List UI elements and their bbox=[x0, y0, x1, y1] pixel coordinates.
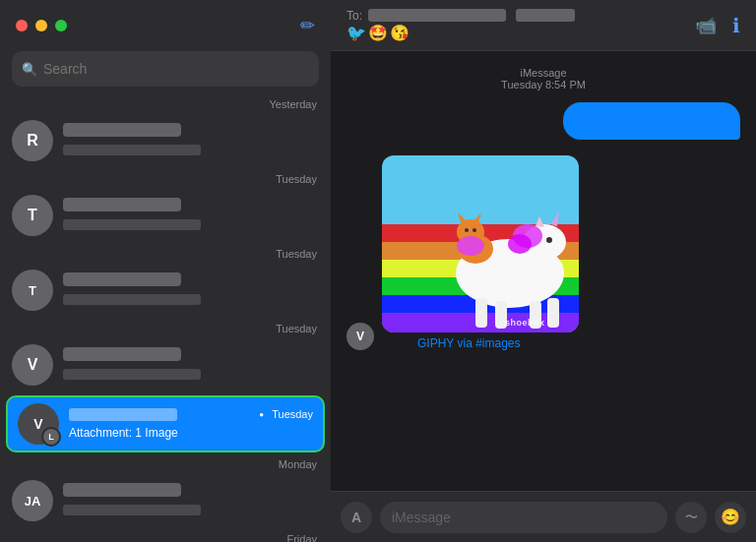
list-item[interactable]: T bbox=[0, 187, 331, 244]
conv-content bbox=[63, 272, 319, 308]
avatar: T bbox=[12, 195, 53, 236]
svg-rect-14 bbox=[475, 298, 487, 328]
emoji-star-eyes: 🤩 bbox=[368, 24, 388, 42]
date-label: Yesterday bbox=[0, 94, 331, 112]
conv-preview bbox=[63, 145, 201, 155]
conv-preview bbox=[63, 505, 201, 515]
traffic-lights bbox=[16, 20, 67, 31]
apps-icon: A bbox=[351, 510, 361, 525]
emoji-bird: 🐦 bbox=[346, 24, 366, 42]
contact-info: To: 🐦 🤩 😘 bbox=[346, 9, 687, 42]
date-label: Tuesday bbox=[0, 169, 331, 187]
svg-rect-17 bbox=[547, 298, 559, 328]
list-item[interactable]: R bbox=[0, 112, 331, 169]
date-label: Tuesday bbox=[0, 244, 331, 262]
conv-name bbox=[63, 123, 181, 137]
list-item[interactable]: JA bbox=[0, 472, 331, 529]
close-button[interactable] bbox=[16, 20, 28, 31]
message-meta: iMessage Tuesday 8:54 PM bbox=[346, 67, 740, 90]
list-item-selected[interactable]: V L ● Tuesday Attachment: 1 Image bbox=[6, 395, 325, 452]
list-item[interactable]: V bbox=[0, 336, 331, 393]
emoji-row: 🐦 🤩 😘 bbox=[346, 24, 410, 42]
header-icons: 📹 ℹ bbox=[695, 14, 740, 37]
message-input[interactable] bbox=[380, 502, 667, 533]
avatar: V bbox=[12, 344, 53, 386]
apps-button[interactable]: A bbox=[341, 502, 372, 533]
conv-preview bbox=[63, 219, 201, 230]
conv-content bbox=[63, 347, 319, 383]
emoji-kiss: 😘 bbox=[390, 24, 410, 42]
avatar: R bbox=[12, 120, 53, 161]
video-call-icon[interactable]: 📹 bbox=[695, 15, 717, 36]
emoji-button[interactable]: 😊 bbox=[715, 502, 746, 533]
conv-name bbox=[63, 198, 181, 211]
to-label: To: bbox=[346, 9, 362, 23]
audio-wave-icon: 〜 bbox=[685, 509, 698, 526]
conv-preview bbox=[63, 369, 201, 380]
incoming-message: V bbox=[346, 155, 740, 350]
date-label: Tuesday bbox=[272, 408, 313, 420]
conv-preview bbox=[63, 294, 201, 305]
date-label: Monday bbox=[0, 454, 331, 472]
info-icon[interactable]: ℹ bbox=[732, 14, 740, 37]
conversation-list: Yesterday R Tuesday T Tuesday T bbox=[0, 94, 331, 542]
contact-name-blurred-2 bbox=[516, 9, 575, 22]
fullscreen-button[interactable] bbox=[55, 20, 67, 31]
conv-name bbox=[63, 272, 181, 286]
svg-text:shoebox: shoebox bbox=[505, 318, 545, 328]
messages-area: iMessage Tuesday 8:54 PM V bbox=[331, 51, 756, 491]
sidebar: ✏ 🔍 Yesterday R Tuesday T Tuesday bbox=[0, 0, 331, 542]
avatar: V L bbox=[18, 403, 59, 445]
contact-name-blurred bbox=[368, 9, 506, 22]
search-bar[interactable]: 🔍 bbox=[12, 51, 319, 87]
audio-button[interactable]: 〜 bbox=[675, 502, 707, 533]
conv-preview-attachment: Attachment: 1 Image bbox=[69, 426, 178, 440]
list-item[interactable]: T bbox=[0, 262, 331, 319]
conv-name bbox=[63, 347, 181, 361]
search-icon: 🔍 bbox=[22, 62, 37, 77]
conv-content bbox=[63, 483, 319, 518]
svg-point-24 bbox=[457, 236, 484, 256]
titlebar: ✏ bbox=[0, 0, 331, 51]
compose-icon[interactable]: ✏ bbox=[300, 15, 315, 36]
svg-point-23 bbox=[472, 228, 476, 232]
giphy-caption: GIPHY via #images bbox=[417, 336, 579, 350]
search-input[interactable] bbox=[43, 61, 309, 77]
avatar: T bbox=[12, 270, 53, 311]
giphy-image: shoebox bbox=[382, 155, 579, 332]
svg-point-11 bbox=[546, 237, 552, 243]
emoji-icon: 😊 bbox=[721, 508, 740, 526]
conv-content: ● Tuesday Attachment: 1 Image bbox=[69, 408, 313, 441]
sender-avatar: V bbox=[346, 323, 374, 350]
svg-point-22 bbox=[465, 228, 469, 232]
conv-content bbox=[63, 123, 319, 158]
chat-header: To: 🐦 🤩 😘 📹 ℹ bbox=[331, 0, 756, 51]
date-label: Friday bbox=[0, 529, 331, 542]
chat-input-bar: A 〜 😊 bbox=[331, 491, 756, 542]
minimize-button[interactable] bbox=[35, 20, 47, 31]
conv-name bbox=[63, 483, 181, 497]
chat-area: To: 🐦 🤩 😘 📹 ℹ iMessage Tuesday 8:54 PM bbox=[331, 0, 756, 542]
avatar-sub: L bbox=[41, 427, 61, 447]
svg-point-13 bbox=[508, 234, 532, 254]
date-label: Tuesday bbox=[0, 319, 331, 336]
avatar: JA bbox=[12, 480, 53, 521]
outgoing-message bbox=[346, 102, 740, 140]
message-bubble bbox=[563, 102, 740, 140]
conv-content bbox=[63, 198, 319, 233]
unread-dot: ● bbox=[259, 410, 264, 419]
